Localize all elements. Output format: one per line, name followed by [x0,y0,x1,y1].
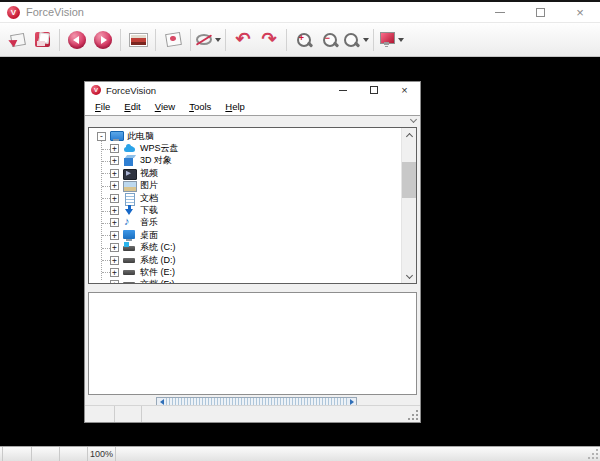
menu-tools[interactable]: Tools [182,101,218,112]
scroll-right-button[interactable] [347,398,356,405]
minimize-button[interactable] [480,2,520,22]
undo-icon [233,31,253,49]
photos-button[interactable] [160,26,186,54]
expand-toggle[interactable]: + [110,218,119,227]
tree-item-wps-cloud[interactable]: + WPS云盘 [89,142,401,154]
browser-window: V ForceVision File Edit View Tools Help … [84,81,421,423]
browser-close-button[interactable] [389,82,420,98]
tree-item-downloads[interactable]: + 下载 [89,204,401,216]
expand-toggle[interactable]: + [110,144,119,153]
browser-logo-icon: V [91,85,101,95]
toolbar-separator [225,29,226,51]
toolbar-separator [190,29,191,51]
zoom-in-icon [296,32,313,48]
resize-grip[interactable] [588,449,598,459]
zoom-out-button[interactable] [317,26,343,54]
redo-icon [259,31,279,49]
redo-button[interactable] [256,26,282,54]
minimize-icon [339,90,347,91]
drive-icon [123,279,136,283]
magnifier-button[interactable] [343,26,369,54]
tree-item-drive-f[interactable]: + 文档 (F:) [89,279,401,283]
previous-icon [68,31,86,49]
tree-item-label: 系统 (D:) [140,254,176,267]
close-icon [576,6,584,19]
maximize-button[interactable] [520,2,560,22]
scroll-up-button[interactable] [402,128,416,142]
chevron-down-icon[interactable] [411,117,416,124]
tree-item-desktop[interactable]: + 桌面 [89,229,401,241]
expand-toggle[interactable]: + [110,169,119,178]
menu-file[interactable]: File [88,101,117,112]
scrollbar-thumb[interactable] [402,162,416,198]
expand-toggle[interactable]: + [110,231,119,240]
open-button[interactable] [3,26,29,54]
draw-button[interactable] [195,26,221,54]
magnifier-icon [343,32,360,48]
image-icon [129,33,148,47]
browser-title: ForceVision [106,85,156,96]
scroll-down-button[interactable] [402,269,416,283]
maximize-icon [536,8,545,17]
browser-minimize-button[interactable] [327,82,358,98]
download-icon [123,205,136,216]
app-window: V ForceVision V Force [0,0,600,461]
expand-toggle[interactable]: + [110,156,119,165]
photos-icon [164,32,182,47]
collapsed-bar [85,116,420,127]
tree-item-pictures[interactable]: + 图片 [89,180,401,192]
expand-toggle[interactable]: + [110,194,119,203]
display-button[interactable] [378,26,404,54]
zoom-in-button[interactable] [291,26,317,54]
previous-button[interactable] [64,26,90,54]
tree-item-label: 桌面 [140,229,158,242]
expand-toggle[interactable]: + [110,206,119,215]
menu-edit[interactable]: Edit [117,101,147,112]
statusbar-cell [115,406,142,422]
tree-item-documents[interactable]: + 文档 [89,192,401,204]
menu-view[interactable]: View [148,101,182,112]
tree-item-drive-e[interactable]: + 软件 (E:) [89,266,401,278]
toolbar-separator [373,29,374,51]
save-button[interactable] [29,26,55,54]
expand-toggle[interactable]: - [97,132,106,141]
expand-toggle[interactable]: + [110,256,119,265]
undo-button[interactable] [230,26,256,54]
tree-item-drive-d[interactable]: + 系统 (D:) [89,254,401,266]
dropdown-arrow-icon[interactable] [398,38,404,42]
browser-statusbar [85,405,420,422]
menu-help[interactable]: Help [218,101,252,112]
browser-maximize-button[interactable] [358,82,389,98]
resize-grip[interactable] [408,410,418,420]
tree-item-label: 文档 [140,192,158,205]
app-title: ForceVision [26,6,84,18]
close-button[interactable] [560,2,600,22]
image-button[interactable] [125,26,151,54]
expand-toggle[interactable]: + [110,268,119,277]
tree-item-label: 视频 [140,167,158,180]
tree-item-videos[interactable]: + 视频 [89,167,401,179]
folder-tree-pane: - 此电脑 + WPS云盘 + 3D 对象 + 视频 [88,127,417,284]
statusbar-cell [116,447,600,461]
expand-toggle[interactable]: + [110,243,119,252]
tree-vertical-scrollbar[interactable] [401,128,416,283]
expand-toggle[interactable]: + [110,280,119,283]
app-titlebar: V ForceVision [0,2,600,22]
browser-window-controls [327,82,420,98]
zoom-out-icon [322,32,339,48]
file-list-pane[interactable] [88,292,417,395]
dropdown-arrow-icon[interactable] [215,38,221,42]
tree-item-3d-objects[interactable]: + 3D 对象 [89,155,401,167]
scroll-left-button[interactable] [157,398,166,405]
tree-item-label: 此电脑 [127,130,154,143]
tree-item-label: 下载 [140,204,158,217]
tree-item-drive-c[interactable]: + 系统 (C:) [89,242,401,254]
tree-item-music[interactable]: + 音乐 [89,217,401,229]
document-icon [123,193,136,204]
tree-item-label: 软件 (E:) [140,266,175,279]
next-button[interactable] [90,26,116,54]
save-icon [35,32,50,47]
expand-toggle[interactable]: + [110,181,119,190]
dropdown-arrow-icon[interactable] [363,38,369,42]
tree-item-this-pc[interactable]: - 此电脑 [89,130,401,142]
